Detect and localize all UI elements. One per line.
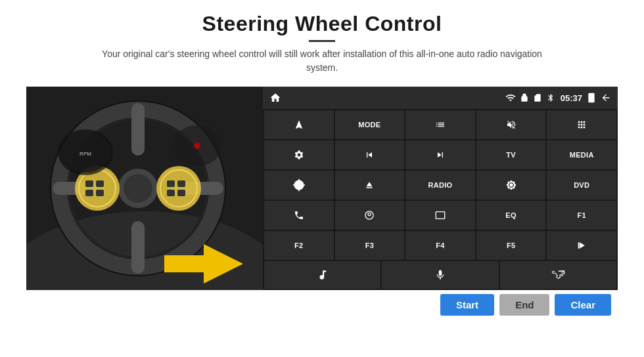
btn-dvd[interactable]: DVD <box>547 171 616 200</box>
clear-button[interactable]: Clear <box>555 294 611 316</box>
status-left <box>269 92 281 104</box>
status-right: 05:37 <box>505 93 611 103</box>
svg-rect-15 <box>85 190 93 196</box>
page-title: Steering Wheel Control <box>92 12 552 36</box>
btn-settings[interactable] <box>264 140 334 169</box>
svg-rect-14 <box>96 180 104 187</box>
svg-rect-16 <box>96 190 104 196</box>
btn-music[interactable] <box>264 261 380 289</box>
svg-point-10 <box>124 174 152 203</box>
home-icon <box>269 92 281 104</box>
subtitle: Your original car's steering wheel contr… <box>92 47 552 75</box>
sd-card-icon <box>533 93 542 102</box>
lock-icon <box>520 93 529 102</box>
svg-rect-19 <box>167 180 175 187</box>
status-time: 05:37 <box>561 93 582 103</box>
btn-apps[interactable] <box>547 110 616 139</box>
back-icon <box>601 93 611 103</box>
btn-prev[interactable] <box>335 140 405 169</box>
bluetooth-icon <box>546 93 555 102</box>
svg-rect-22 <box>177 190 185 196</box>
wifi-icon <box>505 93 516 103</box>
svg-rect-24 <box>164 255 207 272</box>
last-row <box>263 261 618 290</box>
btn-f2[interactable]: F2 <box>264 231 334 260</box>
btn-mic[interactable] <box>382 261 498 289</box>
btn-phone2[interactable] <box>500 261 616 289</box>
content-area: RPM <box>26 87 618 290</box>
btn-gps[interactable] <box>335 201 405 230</box>
btn-eject[interactable] <box>335 171 405 200</box>
btn-f5[interactable]: F5 <box>476 231 546 260</box>
btn-media[interactable]: MEDIA <box>547 140 616 169</box>
btn-f1[interactable]: F1 <box>547 201 616 230</box>
btn-eq[interactable]: EQ <box>476 201 546 230</box>
btn-mode[interactable]: MODE <box>335 110 405 139</box>
svg-point-17 <box>156 166 201 211</box>
button-grid: MODE <box>263 109 618 261</box>
bottom-controls: Start End Clear <box>26 290 618 320</box>
btn-f4[interactable]: F4 <box>405 231 475 260</box>
btn-radio[interactable]: RADIO <box>405 171 475 200</box>
btn-tv[interactable]: TV <box>476 140 546 169</box>
btn-list[interactable] <box>405 110 475 139</box>
title-divider <box>309 40 335 42</box>
svg-point-29 <box>194 142 200 149</box>
title-section: Steering Wheel Control Your original car… <box>92 12 552 83</box>
steering-wheel-image: RPM <box>26 87 263 290</box>
start-button[interactable]: Start <box>440 294 494 316</box>
screenshot-icon <box>586 93 597 103</box>
btn-screen[interactable] <box>405 201 475 230</box>
svg-rect-20 <box>177 180 185 187</box>
btn-next[interactable] <box>405 140 475 169</box>
btn-f3[interactable]: F3 <box>335 231 405 260</box>
btn-mute[interactable] <box>476 110 546 139</box>
btn-brightness[interactable] <box>476 171 546 200</box>
btn-playpause[interactable] <box>547 231 616 260</box>
btn-cam360[interactable] <box>264 171 334 200</box>
page-wrapper: Steering Wheel Control Your original car… <box>0 0 644 357</box>
btn-nav[interactable] <box>264 110 334 139</box>
svg-rect-30 <box>578 242 580 248</box>
btn-phone[interactable] <box>264 201 334 230</box>
svg-rect-13 <box>85 180 93 187</box>
end-button[interactable]: End <box>499 294 549 316</box>
svg-text:RPM: RPM <box>80 151 91 157</box>
head-unit: 05:37 MODE <box>263 87 618 290</box>
svg-rect-21 <box>167 190 175 196</box>
status-bar: 05:37 <box>263 87 618 109</box>
